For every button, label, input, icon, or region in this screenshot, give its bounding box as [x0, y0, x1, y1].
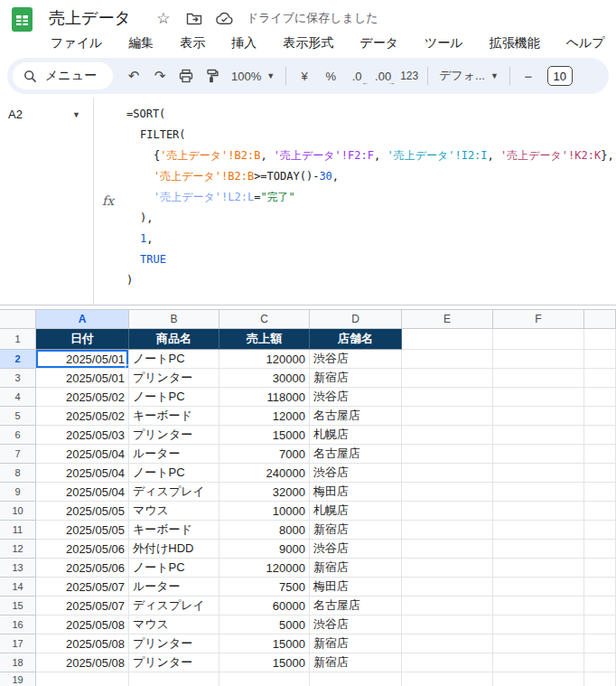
undo-button[interactable]: ↶ [121, 63, 146, 89]
cell-E9[interactable] [402, 483, 493, 502]
cell-B16[interactable]: マウス [129, 616, 219, 634]
menu-データ[interactable]: データ [358, 34, 400, 52]
row-header-7[interactable]: 7 [0, 445, 36, 464]
cell-E8[interactable] [402, 464, 493, 483]
cell-G19[interactable] [584, 672, 616, 686]
cell-F14[interactable] [493, 578, 584, 597]
font-select[interactable]: デフォ... ▼ [434, 63, 504, 89]
cell-A9[interactable]: 2025/05/04 [36, 483, 129, 502]
cell-G14[interactable] [584, 578, 616, 597]
cell-G2[interactable] [584, 350, 616, 369]
cell-D2[interactable]: 渋谷店 [310, 350, 402, 369]
cell-E10[interactable] [402, 502, 493, 521]
cell-D5[interactable]: 名古屋店 [310, 407, 402, 426]
cell-B8[interactable]: ノートPC [129, 464, 219, 483]
cell-F5[interactable] [493, 407, 584, 426]
cell-D10[interactable]: 札幌店 [310, 502, 402, 521]
cell-C19[interactable] [219, 672, 310, 686]
cell-B10[interactable]: マウス [129, 502, 219, 521]
cell-E15[interactable] [402, 597, 493, 616]
cell-C5[interactable]: 12000 [219, 407, 310, 426]
cell-F12[interactable] [493, 540, 584, 559]
cell-C18[interactable]: 15000 [219, 653, 310, 672]
row-header-16[interactable]: 16 [0, 616, 36, 634]
paint-format-button[interactable] [200, 63, 225, 89]
cell-F6[interactable] [493, 426, 584, 445]
cell-G17[interactable] [584, 634, 616, 653]
cell-B3[interactable]: プリンター [129, 369, 219, 388]
cell-E13[interactable] [402, 559, 493, 578]
cell-E19[interactable] [402, 672, 493, 686]
cell-F18[interactable] [493, 653, 584, 672]
cell-G12[interactable] [584, 540, 616, 559]
column-header-F[interactable]: F [493, 310, 584, 329]
cell-A14[interactable]: 2025/05/07 [36, 578, 129, 597]
cell-A7[interactable]: 2025/05/04 [36, 445, 129, 464]
fill-handle[interactable] [125, 364, 129, 369]
cell-G3[interactable] [584, 369, 616, 388]
decrease-font-size-button[interactable]: − [516, 63, 541, 89]
cell-A10[interactable]: 2025/05/05 [36, 502, 129, 521]
row-header-5[interactable]: 5 [0, 407, 36, 426]
name-box[interactable]: A2 ▼ [0, 98, 94, 305]
cell-E4[interactable] [402, 388, 493, 407]
row-header-18[interactable]: 18 [0, 653, 36, 672]
cell-G6[interactable] [584, 426, 616, 445]
cell-C7[interactable]: 7000 [219, 445, 310, 464]
row-header-9[interactable]: 9 [0, 483, 36, 502]
cell-C4[interactable]: 118000 [219, 388, 310, 407]
cell-F10[interactable] [493, 502, 584, 521]
cell-G13[interactable] [584, 559, 616, 578]
print-button[interactable] [173, 63, 199, 89]
cell-A17[interactable]: 2025/05/08 [36, 634, 129, 653]
cell-E12[interactable] [402, 540, 493, 559]
cell-D14[interactable]: 梅田店 [310, 578, 402, 597]
cell-A19[interactable] [36, 672, 129, 686]
menu-拡張機能[interactable]: 拡張機能 [488, 34, 542, 52]
cell-D12[interactable]: 渋谷店 [310, 540, 402, 559]
cell-G7[interactable] [584, 445, 616, 464]
cell-F16[interactable] [493, 616, 584, 634]
cell-B14[interactable]: ルーター [129, 578, 219, 597]
cell-G4[interactable] [584, 388, 616, 407]
row-header-11[interactable]: 11 [0, 521, 36, 540]
cell-C1[interactable]: 売上額 [219, 329, 310, 350]
row-header-10[interactable]: 10 [0, 502, 36, 521]
cell-B1[interactable]: 商品名 [129, 329, 219, 350]
cell-B12[interactable]: 外付けHDD [129, 540, 219, 559]
cell-A12[interactable]: 2025/05/06 [36, 540, 129, 559]
cell-E16[interactable] [402, 616, 493, 634]
cell-G9[interactable] [584, 483, 616, 502]
formula-input[interactable]: =SORT(FILTER({'売上データ'!B2:B, '売上データ'!F2:F… [126, 104, 614, 291]
cell-C9[interactable]: 32000 [219, 483, 310, 502]
menu-挿入[interactable]: 挿入 [229, 34, 258, 52]
menu-ヘルプ[interactable]: ヘルプ [565, 34, 607, 52]
more-formats-button[interactable]: 123 [397, 63, 422, 89]
cell-D7[interactable]: 名古屋店 [310, 445, 402, 464]
cell-D17[interactable]: 新宿店 [310, 634, 402, 653]
cell-A8[interactable]: 2025/05/04 [36, 464, 129, 483]
row-header-8[interactable]: 8 [0, 464, 36, 483]
cell-G18[interactable] [584, 653, 616, 672]
cell-D8[interactable]: 渋谷店 [310, 464, 402, 483]
cell-D3[interactable]: 新宿店 [310, 369, 402, 388]
cell-E14[interactable] [402, 578, 493, 597]
cell-E5[interactable] [402, 407, 493, 426]
row-header-6[interactable]: 6 [0, 426, 36, 445]
column-header-D[interactable]: D [310, 310, 402, 329]
increase-decimal-button[interactable]: .00 → [370, 63, 396, 89]
cell-A13[interactable]: 2025/05/06 [36, 559, 129, 578]
cell-A3[interactable]: 2025/05/01 [36, 369, 129, 388]
cell-G16[interactable] [584, 616, 616, 634]
cell-D6[interactable]: 札幌店 [310, 426, 402, 445]
cell-A5[interactable]: 2025/05/02 [36, 407, 129, 426]
cell-C12[interactable]: 9000 [219, 540, 310, 559]
cell-F9[interactable] [493, 483, 584, 502]
cell-D13[interactable]: 新宿店 [310, 559, 402, 578]
cell-A18[interactable]: 2025/05/08 [36, 653, 129, 672]
cell-F11[interactable] [493, 521, 584, 540]
cell-F19[interactable] [493, 672, 584, 686]
row-header-13[interactable]: 13 [0, 559, 36, 578]
cell-B15[interactable]: ディスプレイ [129, 597, 219, 616]
cell-C11[interactable]: 8000 [219, 521, 310, 540]
